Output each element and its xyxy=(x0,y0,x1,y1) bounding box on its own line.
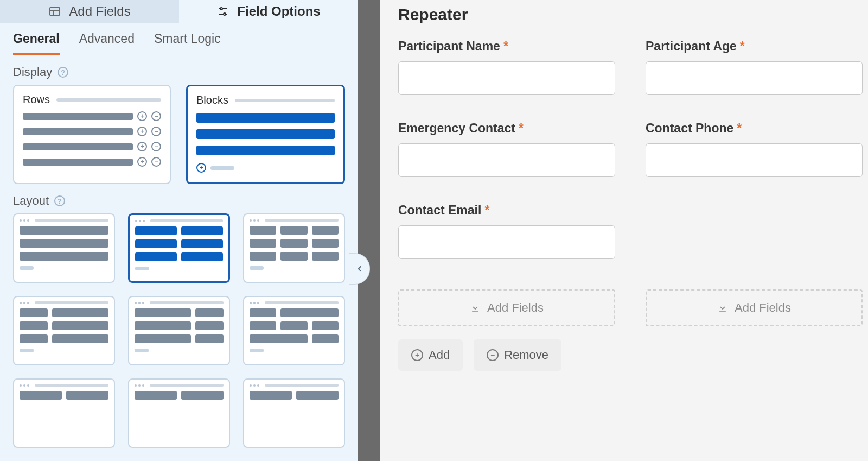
download-icon xyxy=(470,302,481,313)
field-emergency-contact[interactable]: Emergency Contact* xyxy=(398,121,615,177)
plus-icon: + xyxy=(137,111,147,121)
minus-icon: − xyxy=(151,127,161,136)
tab-field-options[interactable]: Field Options xyxy=(179,0,358,23)
top-tabs: Add Fields Field Options xyxy=(0,0,358,23)
section-layout-label: Layout xyxy=(13,194,49,208)
display-option-blocks[interactable]: Blocks + xyxy=(186,85,345,184)
emergency-contact-input[interactable] xyxy=(398,143,615,177)
contact-phone-input[interactable] xyxy=(646,143,863,177)
left-panel: Add Fields Field Options General Advance… xyxy=(0,0,358,461)
svg-point-4 xyxy=(220,8,222,10)
minus-icon: − xyxy=(151,157,161,167)
participant-name-input[interactable] xyxy=(398,61,615,95)
contact-email-input[interactable] xyxy=(398,225,615,259)
plus-circle-icon: + xyxy=(196,163,206,173)
field-label: Contact Email* xyxy=(398,203,615,218)
tab-add-fields[interactable]: Add Fields xyxy=(0,0,179,23)
repeater-title: Repeater xyxy=(398,0,868,39)
display-option-rows[interactable]: Rows +− +− +− +− xyxy=(13,85,171,184)
repeater-actions: + Add − Remove xyxy=(398,339,868,371)
section-display-head: Display ? xyxy=(0,55,358,85)
tab-add-fields-label: Add Fields xyxy=(69,4,130,19)
layout-option-mixed[interactable] xyxy=(243,296,345,365)
sub-tabs: General Advanced Smart Logic xyxy=(0,23,358,55)
field-label: Emergency Contact* xyxy=(398,121,615,136)
layout-option-2col[interactable] xyxy=(128,213,230,283)
dropzone-label: Add Fields xyxy=(487,301,544,315)
remove-button[interactable]: − Remove xyxy=(474,339,561,371)
layout-option-extra-2[interactable] xyxy=(128,378,230,448)
layout-option-3col[interactable] xyxy=(243,213,345,283)
layout-option-1-2[interactable] xyxy=(13,296,115,365)
svg-point-6 xyxy=(224,13,226,15)
layout-option-extra-1[interactable] xyxy=(13,378,115,448)
layout-grid xyxy=(0,213,358,461)
plus-icon: + xyxy=(137,157,147,167)
tab-field-options-label: Field Options xyxy=(237,4,320,19)
plus-icon: + xyxy=(137,127,147,136)
field-label: Contact Phone* xyxy=(646,121,863,136)
help-icon[interactable]: ? xyxy=(54,195,65,206)
subtab-smart-logic[interactable]: Smart Logic xyxy=(154,31,221,55)
plus-circle-icon: + xyxy=(411,349,423,361)
fields-icon xyxy=(48,5,61,18)
minus-icon: − xyxy=(151,111,161,121)
field-label: Participant Name* xyxy=(398,39,615,54)
panel-divider xyxy=(358,0,380,461)
repeater-fields: Participant Name* Participant Age* Emerg… xyxy=(398,39,868,259)
layout-option-2-1[interactable] xyxy=(128,296,230,365)
field-participant-name[interactable]: Participant Name* xyxy=(398,39,615,95)
add-fields-dropzone[interactable]: Add Fields xyxy=(646,289,863,326)
section-layout-head: Layout ? xyxy=(0,184,358,213)
minus-circle-icon: − xyxy=(487,349,499,361)
field-label: Participant Age* xyxy=(646,39,863,54)
display-options: Rows +− +− +− +− Blocks + xyxy=(0,85,358,184)
display-rows-label: Rows xyxy=(23,93,50,106)
sliders-icon xyxy=(216,5,229,18)
field-participant-age[interactable]: Participant Age* xyxy=(646,39,863,95)
add-button-label: Add xyxy=(429,348,450,362)
subtab-advanced[interactable]: Advanced xyxy=(79,31,135,55)
layout-option-1col[interactable] xyxy=(13,213,115,283)
form-canvas: Repeater Participant Name* Participant A… xyxy=(380,0,868,461)
remove-button-label: Remove xyxy=(504,348,548,362)
dropzone-label: Add Fields xyxy=(735,301,791,315)
minus-icon: − xyxy=(151,142,161,151)
help-icon[interactable]: ? xyxy=(58,67,68,78)
dropzone-row: Add Fields Add Fields xyxy=(398,289,868,326)
plus-icon: + xyxy=(137,142,147,151)
field-contact-phone[interactable]: Contact Phone* xyxy=(646,121,863,177)
download-icon xyxy=(717,302,728,313)
layout-option-extra-3[interactable] xyxy=(243,378,345,448)
add-fields-dropzone[interactable]: Add Fields xyxy=(398,289,615,326)
add-button[interactable]: + Add xyxy=(398,339,463,371)
subtab-general[interactable]: General xyxy=(13,31,60,55)
svg-rect-0 xyxy=(50,8,60,15)
display-blocks-label: Blocks xyxy=(196,94,228,106)
field-contact-email[interactable]: Contact Email* xyxy=(398,203,615,259)
section-display-label: Display xyxy=(13,65,52,79)
participant-age-input[interactable] xyxy=(646,61,863,95)
